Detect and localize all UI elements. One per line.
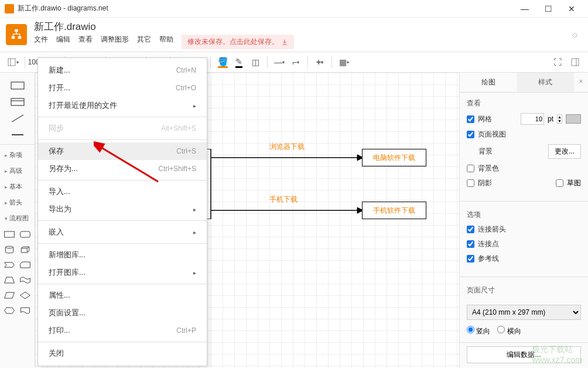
portrait-radio[interactable]: 竖向 [467, 326, 490, 336]
menu-arrange[interactable]: 调整图形 [101, 35, 129, 49]
download-icon [281, 39, 288, 46]
menu-recent[interactable]: 打开最近使用的文件▸ [38, 97, 207, 114]
landscape-radio[interactable]: 横向 [497, 326, 521, 336]
sketch-checkbox[interactable] [556, 179, 563, 187]
svg-rect-7 [11, 82, 24, 89]
menu-close[interactable]: 关闭 [38, 345, 207, 362]
svg-rect-0 [15, 29, 18, 32]
menu-new[interactable]: 新建...Ctrl+N [38, 62, 207, 79]
flowchart-cube-icon[interactable] [18, 243, 33, 257]
close-button[interactable]: ✕ [560, 0, 583, 18]
table-icon[interactable]: ▦▾ [337, 55, 351, 69]
tab-diagram[interactable]: 绘图 [460, 73, 517, 92]
flowchart-rect-icon[interactable] [2, 227, 17, 241]
grid-unit-label: pt [548, 115, 553, 123]
unsaved-banner[interactable]: 修改未保存。点击此处保存。 [182, 35, 294, 49]
menu-import[interactable]: 导入... [38, 183, 207, 200]
menu-view[interactable]: 查看 [78, 35, 93, 49]
shape-line-icon[interactable] [4, 111, 31, 125]
svg-rect-5 [572, 59, 579, 66]
menu-embed[interactable]: 嵌入▸ [38, 223, 207, 241]
shape-cat-arrow[interactable]: 箭头 [0, 195, 35, 210]
fullscreen-icon[interactable]: ⛶ [551, 55, 565, 69]
node-mobile-download[interactable]: 手机软件下载 [362, 202, 426, 219]
svg-rect-12 [5, 231, 15, 237]
menu-file[interactable]: 文件 [34, 35, 48, 49]
points-checkbox[interactable] [467, 240, 474, 248]
shape-cat-flowchart[interactable]: 流程图 [0, 210, 35, 226]
theme-toggle-icon[interactable]: ☼ [570, 29, 582, 40]
grid-color-swatch[interactable] [566, 114, 581, 124]
sidebar-toggle-icon[interactable]: ▾ [6, 55, 20, 69]
logo-icon [6, 24, 27, 45]
menu-save[interactable]: 保存Ctrl+S [38, 142, 207, 160]
menu-extras[interactable]: 其它 [137, 35, 151, 49]
line-color-icon[interactable]: ✎ [232, 55, 246, 69]
flowchart-trapezoid-icon[interactable] [2, 273, 17, 287]
watermark: 极光下载站www.xz7.com [532, 345, 582, 364]
flowchart-cylinder-icon[interactable] [2, 243, 17, 257]
menu-props[interactable]: 属性... [38, 287, 207, 304]
shadow-checkbox[interactable] [467, 179, 474, 187]
flowchart-document-icon[interactable] [18, 304, 33, 318]
grid-stepper-icon[interactable]: ▲▼ [557, 114, 562, 124]
section-pagesize-title: 页面尺寸 [467, 285, 581, 295]
shape-rect-icon[interactable] [4, 79, 31, 93]
svg-line-10 [12, 115, 23, 122]
svg-point-14 [6, 246, 13, 248]
menu-saveas[interactable]: 另存为...Ctrl+Shift+S [38, 160, 207, 178]
flowchart-tape-icon[interactable] [18, 273, 33, 287]
grid-checkbox[interactable] [467, 115, 474, 123]
menu-open[interactable]: 打开...Ctrl+O [38, 79, 207, 97]
flowchart-step-icon[interactable] [2, 258, 17, 272]
shape-hline-icon[interactable] [4, 128, 31, 142]
guides-checkbox[interactable] [467, 255, 474, 263]
bgcolor-checkbox[interactable] [467, 165, 474, 172]
menu-help[interactable]: 帮助 [159, 35, 173, 49]
menu-newlib[interactable]: 新增图库... [38, 246, 207, 264]
guides-label: 参考线 [478, 254, 581, 264]
header: 新工作.drawio 文件 编辑 查看 调整图形 其它 帮助 修改未保存。点击此… [0, 18, 588, 52]
minimize-button[interactable]: — [513, 0, 536, 18]
close-panel-icon[interactable]: × [574, 73, 588, 92]
file-name: 新工作.drawio [34, 20, 570, 33]
menu-openlib[interactable]: 打开图库...▸ [38, 264, 207, 281]
arrow-to-box1[interactable] [211, 149, 363, 166]
svg-rect-13 [20, 231, 30, 237]
connection-icon[interactable]: —▾ [272, 55, 286, 69]
insert-icon[interactable]: +▾ [313, 55, 327, 69]
fill-color-icon[interactable]: 🪣 [216, 55, 230, 69]
tab-style[interactable]: 样式 [517, 73, 575, 92]
shadow-icon[interactable]: ◫ [248, 55, 262, 69]
format-panel: 绘图 样式 × 查看 网格 pt ▲▼ 页面视图 背景 更改... [459, 73, 588, 368]
shape-header-rect-icon[interactable] [4, 95, 31, 109]
menu-pagesetup[interactable]: 页面设置... [38, 304, 207, 322]
flowchart-parallelogram-icon[interactable] [2, 288, 17, 302]
menu-edit[interactable]: 编辑 [56, 35, 70, 49]
flowchart-roundrect-icon[interactable] [18, 227, 33, 241]
shapes-panel: 杂项 高级 基本 箭头 流程图 [0, 73, 35, 368]
shape-cat-basic[interactable]: 基本 [0, 179, 35, 195]
arrow-checkbox[interactable] [467, 226, 474, 233]
shadow-label: 阴影 [478, 178, 552, 188]
menubar: 文件 编辑 查看 调整图形 其它 帮助 修改未保存。点击此处保存。 [34, 35, 570, 49]
change-bg-button[interactable]: 更改... [548, 144, 581, 159]
maximize-button[interactable]: ☐ [536, 0, 560, 18]
node-pc-download[interactable]: 电脑软件下载 [362, 149, 426, 166]
grid-size-input[interactable] [521, 113, 544, 125]
shape-cat-advanced[interactable]: 高级 [0, 163, 35, 179]
arrow-to-box2[interactable] [211, 202, 363, 219]
pagesize-select[interactable]: A4 (210 mm x 297 mm) [467, 305, 581, 320]
menu-export[interactable]: 导出为▸ [38, 200, 207, 218]
pageview-checkbox[interactable] [467, 131, 474, 138]
flowchart-card-icon[interactable] [18, 258, 33, 272]
section-view-title: 查看 [467, 98, 581, 108]
waypoints-icon[interactable]: ⌐▾ [289, 55, 303, 69]
menu-print[interactable]: 打印...Ctrl+P [38, 322, 207, 339]
flowchart-decision-icon[interactable] [18, 288, 33, 302]
shape-cat-misc[interactable]: 杂项 [0, 147, 35, 163]
grid-label: 网格 [478, 114, 517, 124]
format-panel-toggle-icon[interactable] [568, 55, 582, 69]
sketch-label: 草图 [567, 178, 581, 188]
flowchart-hexagon-icon[interactable] [2, 304, 17, 318]
